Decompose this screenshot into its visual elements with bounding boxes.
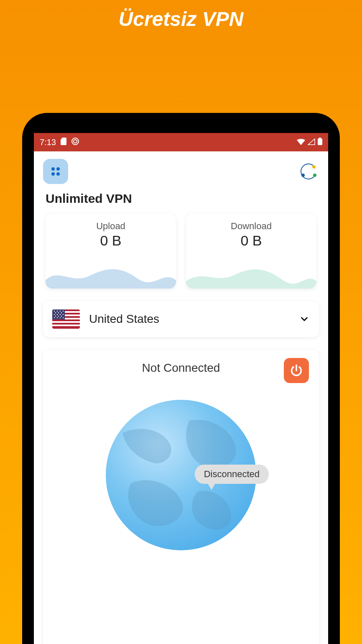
share-icon — [299, 162, 318, 181]
svg-rect-17 — [52, 325, 80, 326]
app-title: Unlimited VPN — [34, 187, 328, 213]
svg-point-23 — [55, 312, 56, 313]
svg-point-7 — [56, 172, 60, 176]
server-name: United States — [89, 312, 290, 326]
svg-point-33 — [54, 317, 55, 318]
menu-button[interactable] — [43, 159, 68, 184]
svg-point-26 — [54, 314, 55, 315]
upload-wave-icon — [46, 263, 176, 289]
svg-point-19 — [54, 311, 55, 312]
bubble-text: Disconnected — [204, 469, 260, 479]
svg-point-0 — [72, 138, 79, 145]
share-button[interactable] — [298, 161, 319, 182]
download-value: 0 B — [240, 233, 262, 249]
promo-title: Ücretsiz VPN — [119, 8, 244, 30]
svg-point-22 — [63, 311, 64, 312]
server-selector[interactable]: United States — [43, 301, 319, 337]
chevron-down-icon — [299, 314, 310, 325]
svg-point-28 — [60, 314, 61, 315]
upload-label: Upload — [96, 221, 125, 232]
status-left: 7:13 — [40, 137, 79, 148]
svg-rect-3 — [319, 138, 321, 139]
svg-point-35 — [60, 317, 61, 318]
svg-rect-16 — [52, 321, 80, 323]
phone-screen: 7:13 — [34, 133, 328, 644]
upload-card: Upload 0 B — [46, 213, 176, 289]
download-card: Download 0 B — [186, 213, 316, 289]
connection-status: Not Connected — [142, 361, 220, 375]
svg-point-30 — [55, 316, 56, 317]
signal-icon — [308, 138, 315, 147]
connection-bubble: Disconnected — [195, 465, 269, 484]
svg-point-9 — [312, 165, 316, 169]
status-right — [297, 138, 322, 147]
status-time: 7:13 — [40, 138, 56, 147]
svg-point-21 — [60, 311, 61, 312]
svg-rect-2 — [318, 138, 322, 145]
sync-icon — [71, 137, 79, 148]
power-icon — [289, 363, 303, 378]
svg-point-32 — [61, 316, 62, 317]
sd-card-icon — [60, 138, 67, 147]
app-header — [34, 151, 328, 187]
svg-point-1 — [74, 140, 77, 143]
svg-point-31 — [58, 316, 59, 317]
upload-value: 0 B — [100, 233, 121, 249]
globe-wrap: Disconnected — [106, 400, 256, 550]
stats-row: Upload 0 B Download 0 B — [34, 213, 328, 289]
svg-point-25 — [61, 312, 62, 313]
svg-point-27 — [57, 314, 58, 315]
svg-point-6 — [51, 172, 55, 176]
wifi-icon — [297, 138, 305, 147]
svg-point-11 — [313, 174, 316, 177]
status-bar: 7:13 — [34, 133, 328, 151]
battery-icon — [318, 138, 322, 147]
power-button[interactable] — [284, 358, 309, 383]
svg-point-10 — [301, 174, 305, 177]
menu-dots-icon — [49, 165, 62, 178]
svg-point-5 — [56, 167, 60, 171]
svg-point-4 — [51, 167, 55, 171]
promo-banner: Ücretsiz VPN — [0, 0, 362, 31]
svg-point-34 — [57, 317, 58, 318]
svg-point-24 — [58, 312, 59, 313]
phone-frame: 7:13 — [22, 113, 340, 644]
svg-point-36 — [63, 317, 64, 318]
svg-point-29 — [63, 314, 64, 315]
download-wave-icon — [186, 263, 316, 289]
svg-point-8 — [299, 162, 318, 181]
download-label: Download — [231, 221, 272, 232]
us-flag-icon — [52, 309, 80, 329]
connection-card: Not Connected Disconnected — [43, 350, 319, 644]
svg-point-20 — [57, 311, 58, 312]
